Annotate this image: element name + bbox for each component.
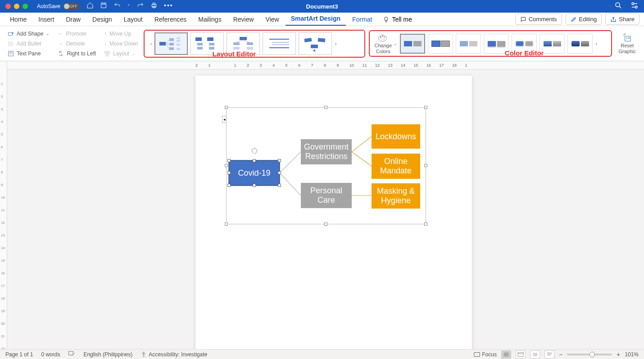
tab-mailings[interactable]: Mailings	[193, 13, 227, 26]
smartart-mid-node-2[interactable]: Personal Care	[301, 183, 352, 208]
vertical-ruler[interactable]: 1234567891011121314151617181920212223242…	[0, 61, 7, 349]
arrow-right-icon: →	[58, 41, 63, 47]
tab-view[interactable]: View	[260, 13, 285, 26]
right-to-left-button[interactable]: Right to Left	[56, 50, 97, 58]
svg-rect-2	[152, 5, 156, 7]
svg-rect-14	[108, 51, 109, 53]
tab-draw[interactable]: Draw	[60, 13, 86, 26]
language-status[interactable]: English (Philippines)	[83, 351, 132, 358]
tab-design[interactable]: Design	[87, 13, 118, 26]
save-icon[interactable]	[100, 2, 107, 11]
smartart-text-pane-toggle[interactable]: ◂	[222, 116, 227, 123]
document-page[interactable]: ◂ Covid-19 ↻	[195, 76, 472, 349]
svg-point-51	[383, 39, 385, 40]
tab-smartart-design[interactable]: SmartArt Design	[286, 12, 346, 26]
tab-layout[interactable]: Layout	[118, 13, 148, 26]
change-colors-button[interactable]: Change Colors	[372, 33, 394, 54]
editing-button[interactable]: Editing	[566, 14, 602, 25]
search-icon[interactable]	[614, 1, 622, 11]
svg-point-10	[9, 43, 9, 44]
layout-option-1[interactable]	[154, 32, 188, 55]
layout-gallery-next[interactable]: ›	[332, 41, 339, 46]
smartart-leaf-node-2[interactable]: Online Mandate	[372, 154, 420, 179]
zoom-level[interactable]: 101%	[625, 351, 639, 358]
horizontal-ruler[interactable]: 211234567891011121314151617181	[7, 61, 644, 69]
undo-icon[interactable]	[113, 2, 121, 11]
zoom-in-button[interactable]: +	[617, 351, 620, 358]
tab-format[interactable]: Format	[347, 13, 377, 26]
quick-access-toolbar: ⌄ •••	[86, 2, 173, 11]
svg-line-38	[236, 40, 243, 42]
svg-line-56	[280, 173, 301, 195]
style-option-3[interactable]	[456, 34, 481, 54]
draft-view[interactable]	[544, 350, 554, 359]
style-gallery-next[interactable]: ›	[593, 41, 600, 46]
focus-mode-button[interactable]: Focus	[474, 351, 497, 358]
smartart-root-node[interactable]: Covid-19 ↻	[229, 160, 280, 186]
accessibility-icon	[141, 351, 147, 358]
autosave-control[interactable]: AutoSave OFF	[37, 3, 79, 10]
outline-view[interactable]	[530, 350, 540, 359]
svg-rect-27	[195, 37, 202, 41]
lightbulb-icon	[383, 16, 390, 23]
style-option-7[interactable]	[567, 34, 593, 54]
svg-rect-16	[159, 42, 166, 45]
zoom-out-button[interactable]: −	[559, 351, 562, 358]
style-option-2[interactable]	[428, 34, 453, 54]
print-layout-view[interactable]	[501, 350, 511, 359]
close-window-button[interactable]	[5, 4, 11, 9]
layout-gallery: ‹ › Layout Editor	[144, 30, 365, 58]
autosave-label: AutoSave	[37, 3, 60, 9]
svg-rect-62	[474, 352, 480, 356]
maximize-window-button[interactable]	[23, 4, 28, 9]
share-button[interactable]: Share	[605, 14, 639, 25]
web-layout-view[interactable]	[516, 350, 526, 359]
print-icon[interactable]	[150, 2, 158, 11]
layout-gallery-prev[interactable]: ‹	[147, 41, 154, 46]
text-pane-button[interactable]: Text Pane	[6, 50, 51, 58]
svg-rect-19	[169, 47, 174, 50]
rtl-icon	[58, 50, 64, 57]
svg-rect-37	[247, 47, 253, 50]
accessibility-status[interactable]: Accessibility: Investigate	[141, 351, 207, 358]
smartart-mid-node-1[interactable]: Government Restrictions	[301, 139, 352, 164]
status-bar: Page 1 of 1 0 words English (Philippines…	[0, 349, 644, 359]
svg-point-49	[381, 36, 383, 37]
smartart-graphic[interactable]: ◂ Covid-19 ↻	[226, 107, 426, 224]
more-icon[interactable]: •••	[164, 2, 173, 11]
svg-rect-18	[169, 43, 174, 45]
tab-references[interactable]: References	[149, 13, 192, 26]
svg-rect-21	[177, 40, 180, 42]
move-down-button: ↓Move Down	[103, 40, 139, 48]
svg-rect-1	[102, 3, 104, 5]
add-shape-button[interactable]: Add Shape ⌄	[6, 30, 51, 38]
autosave-toggle[interactable]: OFF	[63, 3, 79, 10]
style-option-1[interactable]	[400, 34, 425, 54]
zoom-slider[interactable]	[567, 354, 612, 355]
smartart-leaf-node-1[interactable]: Lockdowns	[372, 124, 420, 149]
tab-review[interactable]: Review	[228, 13, 259, 26]
comments-button[interactable]: Comments	[515, 14, 562, 25]
rotate-handle[interactable]: ↻	[252, 148, 257, 154]
undo-dropdown-icon[interactable]: ⌄	[127, 2, 131, 11]
page-status[interactable]: Page 1 of 1	[5, 351, 33, 358]
arrow-up-icon: ↑	[104, 31, 107, 37]
svg-rect-22	[177, 44, 180, 45]
ribbon-options-icon[interactable]	[630, 1, 639, 11]
tab-insert[interactable]: Insert	[33, 13, 59, 26]
tab-home[interactable]: Home	[5, 13, 32, 26]
layout-option-4[interactable]	[263, 32, 296, 55]
spellcheck-icon[interactable]	[68, 350, 75, 358]
minimize-window-button[interactable]	[14, 4, 19, 9]
smartart-leaf-node-3[interactable]: Masking & Hygiene	[372, 183, 420, 209]
svg-rect-63	[504, 352, 509, 356]
change-colors-dropdown[interactable]: ⌄	[394, 41, 397, 46]
home-icon[interactable]	[86, 2, 94, 11]
tell-me-search[interactable]: Tell me	[378, 13, 416, 26]
svg-rect-17	[169, 38, 174, 41]
reset-graphic-button[interactable]: Reset Graphic	[614, 33, 640, 54]
pencil-icon	[571, 16, 577, 23]
redo-icon[interactable]	[137, 2, 144, 11]
word-count[interactable]: 0 words	[41, 351, 60, 358]
layout-option-5[interactable]	[299, 32, 332, 55]
